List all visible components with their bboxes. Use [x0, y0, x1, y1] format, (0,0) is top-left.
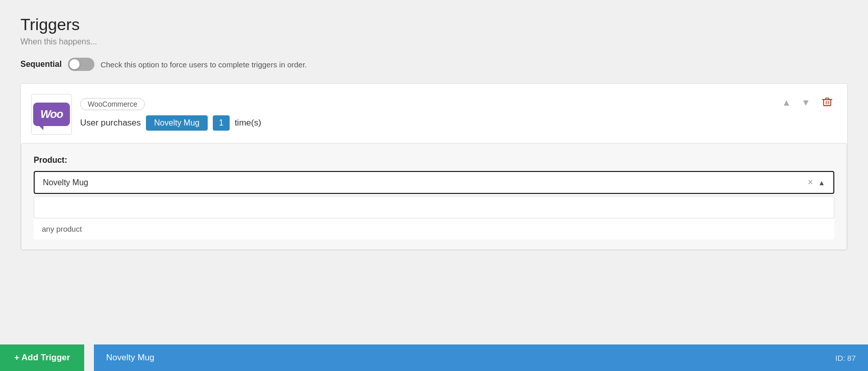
sequential-description: Check this option to force users to comp…: [101, 60, 307, 69]
add-trigger-button[interactable]: + Add Trigger: [0, 344, 84, 371]
svg-rect-0: [824, 100, 831, 106]
sequential-label: Sequential: [20, 60, 62, 69]
sequential-row: Sequential Check this option to force us…: [20, 58, 848, 71]
product-config-panel: Product: Novelty Mug × ▲ any product: [21, 143, 847, 250]
sequential-toggle[interactable]: [68, 58, 94, 71]
product-search-box: [34, 196, 834, 218]
trash-icon: [822, 96, 833, 107]
move-down-button[interactable]: ▼: [798, 95, 813, 110]
trigger-description: User purchases Novelty Mug 1 time(s): [80, 115, 261, 131]
select-box-controls: × ▲: [808, 177, 825, 188]
toggle-track: [68, 58, 94, 71]
toggle-thumb: [69, 59, 80, 69]
product-tag[interactable]: Novelty Mug: [146, 115, 208, 131]
highlighted-option-label: Novelty Mug: [106, 353, 154, 363]
product-search-input[interactable]: [40, 201, 828, 209]
clear-select-icon[interactable]: ×: [808, 177, 813, 188]
woo-logo: Woo: [33, 103, 70, 126]
svg-rect-2: [826, 98, 829, 100]
trigger-card-left: Woo WooCommerce User purchases Novelty M…: [31, 94, 261, 135]
highlighted-option-id: ID: 87: [835, 354, 856, 362]
delete-trigger-button[interactable]: [817, 94, 837, 112]
selected-product-value: Novelty Mug: [43, 178, 88, 187]
dropdown-options: any product: [34, 218, 834, 239]
page-subtitle: When this happens...: [20, 37, 848, 46]
product-config-label: Product:: [34, 156, 834, 165]
trigger-card: Woo WooCommerce User purchases Novelty M…: [20, 83, 848, 251]
count-tag[interactable]: 1: [213, 115, 230, 131]
woo-bubble: Woo: [33, 103, 70, 126]
page-container: Triggers When this happens... Sequential…: [0, 0, 868, 371]
option-any-product-label: any product: [42, 225, 82, 233]
trigger-card-actions: ▲ ▼: [779, 94, 837, 112]
option-any-product[interactable]: any product: [34, 218, 834, 239]
move-up-button[interactable]: ▲: [779, 95, 794, 110]
trigger-card-header: Woo WooCommerce User purchases Novelty M…: [31, 94, 837, 135]
page-title: Triggers: [20, 15, 848, 34]
add-trigger-label: + Add Trigger: [14, 353, 70, 363]
woocommerce-badge: WooCommerce: [80, 98, 145, 110]
woo-logo-box: Woo: [31, 94, 72, 135]
count-suffix: time(s): [235, 118, 261, 128]
product-select-box[interactable]: Novelty Mug × ▲: [34, 171, 834, 194]
provider-label: WooCommerce: [88, 100, 137, 108]
chevron-up-icon[interactable]: ▲: [818, 179, 825, 187]
trigger-info: WooCommerce User purchases Novelty Mug 1…: [80, 98, 261, 131]
highlighted-option-novelty-mug[interactable]: Novelty Mug ID: 87: [94, 344, 868, 371]
description-prefix: User purchases: [80, 118, 141, 128]
